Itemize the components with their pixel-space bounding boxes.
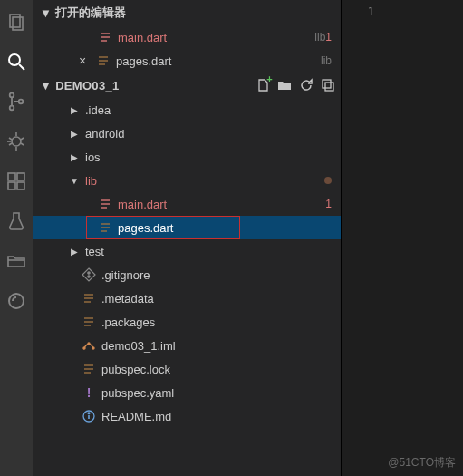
watermark: @51CTO博客 <box>388 455 456 471</box>
folder-name: test <box>85 245 332 258</box>
folder-item[interactable]: ▶test <box>33 239 341 263</box>
svg-rect-15 <box>8 173 15 180</box>
search-icon[interactable] <box>5 51 27 73</box>
folder-icon[interactable] <box>5 250 27 272</box>
folder-item[interactable]: ▶.idea <box>33 98 341 121</box>
svg-point-34 <box>88 272 90 274</box>
explorer-sidebar: ▼ 打开的编辑器 main.dart lib 1 × pages.dart li… <box>33 0 341 476</box>
test-icon[interactable] <box>5 210 27 232</box>
svg-point-35 <box>88 276 90 277</box>
explorer-icon[interactable] <box>5 11 27 33</box>
file-item[interactable]: pages.dart <box>33 216 341 239</box>
git-icon <box>82 267 96 282</box>
activity-bar <box>0 0 33 476</box>
file-item[interactable]: .metadata <box>33 287 341 310</box>
new-file-icon[interactable] <box>256 78 270 92</box>
svg-rect-1 <box>13 17 23 30</box>
file-name: demo03_1.iml <box>101 339 332 353</box>
file-name: pages.dart <box>116 54 313 68</box>
dart-file-icon <box>96 53 111 68</box>
chevron-down-icon: ▼ <box>69 176 80 186</box>
refresh-icon[interactable] <box>299 78 313 92</box>
outline-icon[interactable] <box>5 290 27 312</box>
project-header[interactable]: ▼ DEMO03_1 <box>33 73 341 98</box>
svg-point-7 <box>12 137 21 146</box>
file-name: .gitignore <box>101 268 332 282</box>
svg-point-50 <box>88 413 90 414</box>
dart-icon <box>98 220 112 235</box>
lines-icon <box>82 315 96 329</box>
dart-icon <box>98 197 112 211</box>
file-name: pubspec.lock <box>101 363 332 376</box>
scm-icon[interactable] <box>5 91 27 112</box>
dart-file-icon <box>98 30 112 44</box>
file-item[interactable]: main.dart1 <box>33 192 341 216</box>
open-editor-item[interactable]: × pages.dart lib <box>33 49 341 73</box>
file-name: .packages <box>101 316 332 329</box>
svg-rect-27 <box>325 83 333 91</box>
lines-icon <box>82 291 96 306</box>
file-item[interactable]: demo03_1.iml <box>33 334 341 357</box>
file-item[interactable]: !pubspec.yaml <box>33 381 341 404</box>
svg-line-10 <box>9 138 12 140</box>
svg-line-3 <box>19 64 24 70</box>
chevron-down-icon: ▼ <box>40 6 52 20</box>
project-toolbar <box>256 78 335 92</box>
extensions-icon[interactable] <box>5 170 27 192</box>
file-name: pubspec.yaml <box>101 386 332 400</box>
collapse-icon[interactable] <box>321 78 335 92</box>
chevron-right-icon: ▶ <box>69 105 80 115</box>
svg-line-13 <box>21 143 24 145</box>
folder-item[interactable]: ▼lib <box>33 169 341 192</box>
file-dir: lib <box>321 54 332 67</box>
svg-rect-18 <box>17 182 24 189</box>
svg-point-5 <box>10 106 14 111</box>
svg-point-2 <box>9 54 20 65</box>
lines-icon <box>82 362 96 376</box>
modified-dot <box>324 177 332 184</box>
folder-item[interactable]: ▶ios <box>33 145 341 169</box>
svg-point-42 <box>83 347 85 349</box>
svg-rect-17 <box>8 182 15 189</box>
folder-name: ios <box>85 151 332 164</box>
badge: 1 <box>325 198 332 210</box>
open-editor-item[interactable]: main.dart lib 1 <box>33 25 341 49</box>
chevron-right-icon: ▶ <box>69 129 80 139</box>
svg-line-11 <box>21 138 24 140</box>
open-editors-header[interactable]: ▼ 打开的编辑器 <box>33 0 341 25</box>
svg-point-44 <box>88 343 90 345</box>
file-name: README.md <box>101 410 332 423</box>
project-name: DEMO03_1 <box>55 79 119 92</box>
file-tree: ▶.idea▶android▶ios▼libmain.dart1pages.da… <box>33 98 341 428</box>
open-editors-title: 打开的编辑器 <box>55 5 126 21</box>
folder-name: .idea <box>85 103 332 117</box>
chevron-right-icon: ▶ <box>69 247 80 257</box>
debug-icon[interactable] <box>5 131 27 152</box>
folder-item[interactable]: ▶android <box>33 121 341 145</box>
svg-point-4 <box>10 93 14 98</box>
file-name: .metadata <box>101 292 332 306</box>
file-name: main.dart <box>118 31 307 44</box>
file-item[interactable]: pubspec.lock <box>33 357 341 381</box>
yaml-icon: ! <box>82 385 96 400</box>
svg-point-19 <box>9 294 24 308</box>
file-item[interactable]: .gitignore <box>33 263 341 287</box>
file-name: pages.dart <box>118 221 332 235</box>
editor-area[interactable]: 1 <box>341 0 463 476</box>
svg-point-6 <box>19 100 24 104</box>
file-name: main.dart <box>118 198 325 211</box>
file-dir: lib <box>314 31 325 44</box>
svg-line-12 <box>9 143 12 145</box>
badge: 1 <box>325 31 332 44</box>
iml-icon <box>82 338 96 353</box>
file-item[interactable]: README.md <box>33 404 341 428</box>
new-folder-icon[interactable] <box>277 78 292 92</box>
chevron-down-icon: ▼ <box>40 79 52 92</box>
file-item[interactable]: .packages <box>33 310 341 334</box>
close-icon[interactable]: × <box>76 53 89 68</box>
svg-rect-26 <box>323 80 331 88</box>
folder-name: lib <box>85 174 324 188</box>
svg-rect-0 <box>10 15 20 27</box>
folder-name: android <box>85 127 332 141</box>
chevron-right-icon: ▶ <box>69 152 80 162</box>
